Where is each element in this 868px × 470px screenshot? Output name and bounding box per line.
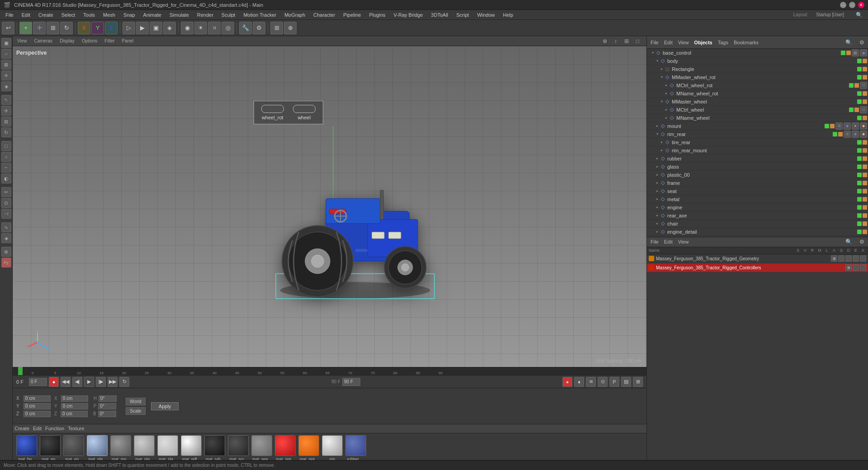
menu-tools[interactable]: Tools [80,11,99,19]
close-button[interactable]: ✕ [858,2,864,8]
menu-mograph[interactable]: MoGraph [281,11,309,19]
world-mode-button[interactable]: World [126,398,146,405]
scale-tool-button[interactable]: ⊞ [47,22,59,34]
spline-tool[interactable]: ∿ [1,222,11,232]
obj-body[interactable]: ▾ ◇ body [647,57,868,65]
obj-rectangle[interactable]: ▸ □ Rectangle [647,65,868,73]
material-mat-gla[interactable]: mat_gla... [87,435,108,460]
obj-plastic[interactable]: ▸ ◇ plastic_00 [647,171,868,179]
material-mat-refl[interactable]: mat_refl... [181,435,202,460]
expand-mname[interactable]: ▸ [664,91,669,96]
python-tool[interactable]: Py [1,258,11,268]
display-quick-button[interactable]: ◎ [222,22,234,34]
expand-frame[interactable]: ▸ [655,181,660,185]
material-mat-sigi1[interactable]: mat_sigi... [275,435,296,460]
expand-plastic[interactable]: ▸ [655,173,660,177]
obj-rearaxe[interactable]: ▸ ◇ rear_axe [647,212,868,220]
menu-help[interactable]: Help [500,11,517,19]
viewport-tab-view[interactable]: View [14,38,30,44]
y-axis-button[interactable]: Y [91,22,104,34]
select-free-tool[interactable]: ~ [1,163,11,173]
material-mat-pla1[interactable]: mat_pla... [134,435,155,460]
record-button[interactable]: ● [49,377,59,387]
motion-button[interactable]: ≋ [586,377,596,387]
viewport-canvas[interactable]: Perspective wheel_rot wheel [13,46,646,367]
obj-rubber[interactable]: ▸ ◇ rubber [647,155,868,163]
expand-base-control[interactable]: ▾ [651,51,655,55]
model-mode-button[interactable]: ▣ [1,38,11,48]
render-button[interactable]: ▶ [136,22,149,34]
obj-tirerear[interactable]: ▸ ◇ tire_rear [647,138,868,146]
obj-header-view[interactable]: View [678,40,689,45]
loop-button[interactable]: ↻ [119,377,129,387]
expand-timeline-button[interactable]: ⊞ [633,377,643,387]
vp-icon-1[interactable]: ⊕ [600,37,610,45]
material-mat-sea[interactable]: mat_sea... [251,435,272,460]
menu-sculpt[interactable]: Sculpt [218,11,239,19]
expand-mmwheelrot[interactable]: ▾ [660,75,664,80]
menu-mesh[interactable]: Mesh [99,11,119,19]
material-rim[interactable]: rim [322,435,343,460]
obj-base-control[interactable]: ▾ ◇ base_control ⊞ ◈ [647,49,868,57]
viewport-tab-cameras[interactable]: Cameras [32,38,56,44]
vp-icon-3[interactable]: ⊞ [622,37,632,45]
x-axis-button[interactable]: X [78,22,90,34]
material-mat-sigi2[interactable]: mat_sigi... [298,435,319,460]
menu-script[interactable]: Script [453,11,472,19]
expand-mount[interactable]: ▸ [655,124,660,128]
obj-header-file[interactable]: File [651,40,659,45]
obj-header-edit[interactable]: Edit [664,40,673,45]
knife-tool[interactable]: ✂ [1,187,11,197]
obj-chair[interactable]: ▸ ◇ chair [647,220,868,228]
material-mat-mo[interactable]: mat_mo... [110,435,131,460]
tweak-mode-button[interactable]: ◈ [1,81,11,91]
scale-mode-button[interactable]: Scale [126,407,146,415]
select-rect-tool[interactable]: □ [1,141,11,151]
obj-engine[interactable]: ▸ ◇ engine [647,203,868,212]
menu-3dtoall[interactable]: 3DToAll [427,11,452,19]
attr-geometry-row[interactable]: Massey_Ferguson_385_Tractor_Rigged_Geome… [647,254,868,263]
menu-window[interactable]: Window [473,11,498,19]
texture-mode-button[interactable]: ⊠ [1,60,11,70]
coord-system-button[interactable]: ⊕ [284,22,297,34]
add-null-button[interactable]: + [19,22,32,34]
expand-glass[interactable]: ▸ [655,164,660,169]
play-back-button[interactable]: ◀◀ [61,377,71,387]
obj-mctrlwheel[interactable]: ▸ ◇ MCtrl_wheel ⊡ [647,106,868,114]
axis-mode-button[interactable]: ✛ [1,70,11,80]
keyframe-record-button[interactable]: ● [562,377,572,387]
paint-tool[interactable]: ◈ [1,233,11,243]
obj-metal[interactable]: ▸ ◇ metal [647,195,868,203]
material-rubber[interactable]: rubber_... [345,435,366,460]
obj-header-bookmarks[interactable]: Bookmarks [734,40,759,45]
mirror-tool[interactable]: ⊣ [1,209,11,219]
rotate-tool[interactable]: ↻ [1,127,11,137]
viewport-tab-options[interactable]: Options [79,38,100,44]
expand-enginedetail[interactable]: ▸ [655,230,660,234]
menu-select[interactable]: Select [58,11,79,19]
rotate-tool-button[interactable]: ↻ [60,22,73,34]
frame-input[interactable]: 0 F [29,378,47,386]
render-region-button[interactable]: ▣ [150,22,162,34]
play-fwd-button[interactable]: ▶▶ [108,377,118,387]
x-size-input[interactable] [61,395,88,402]
z-size-input[interactable] [61,411,88,417]
minimize-button[interactable]: ─ [840,2,846,8]
display-wire-button[interactable]: ⌗ [208,22,221,34]
material-mat-en1[interactable]: mat_en... [40,435,61,460]
layout-search-icon[interactable]: 🔍 [852,11,866,19]
object-mode-button[interactable]: ○ [1,49,11,59]
undo-button[interactable]: ↩ [2,22,14,34]
viewport-tab-panel[interactable]: Panel [119,38,137,44]
mat-menu-function[interactable]: Function [45,426,64,431]
cursor-tool[interactable]: ↖ [1,95,11,105]
vp-icon-4[interactable]: □ [633,37,642,45]
menu-pipeline[interactable]: Pipeline [340,11,364,19]
obj-seat[interactable]: ▸ ◇ seat [647,187,868,195]
menu-animate[interactable]: Animate [140,11,165,19]
display-mode-button[interactable]: ◉ [181,22,193,34]
expand-mmwheel[interactable]: ▾ [660,99,664,104]
material-mat-pla2[interactable]: mat_pla... [157,435,178,460]
p-input[interactable] [98,403,116,409]
tweak-tool[interactable]: ◐ [1,174,11,183]
